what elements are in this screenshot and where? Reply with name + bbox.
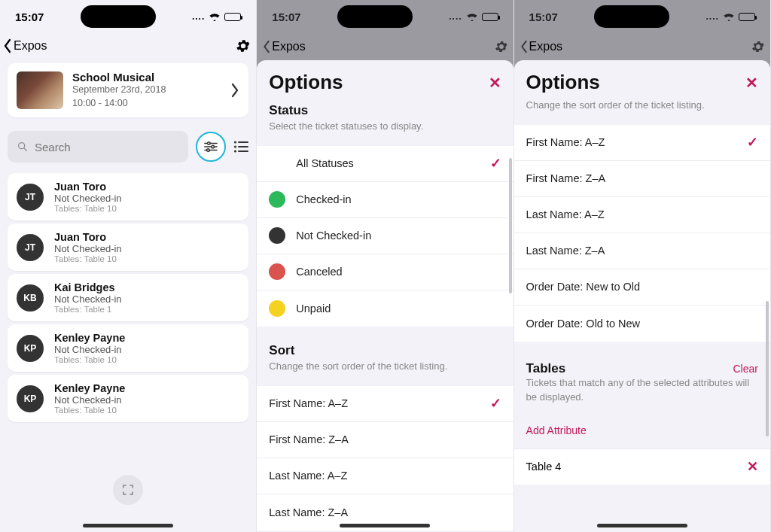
filter-button[interactable]: [196, 132, 226, 162]
phone-screen-options-status: 15:07 .... Expos Options ✕ Status Select…: [257, 0, 513, 532]
event-info: School Musical September 23rd, 2018 10:0…: [72, 71, 221, 110]
attendee-status: Not Checked-in: [54, 193, 239, 204]
attendee-list: JT Juan Toro Not Checked-in Tables: Tabl…: [0, 173, 256, 422]
attendee-table: Tables: Table 1: [54, 305, 239, 314]
options-sheet: Options ✕ Status Select the ticket statu…: [257, 60, 513, 532]
attendee-info: Kenley Payne Not Checked-in Tables: Tabl…: [54, 332, 239, 364]
sort-option[interactable]: First Name: Z–A: [257, 422, 513, 458]
status-option[interactable]: Not Checked-in: [257, 218, 513, 254]
option-label: Order Date: New to Old: [526, 281, 641, 293]
sheet-title: Options: [526, 71, 600, 94]
attendee-card[interactable]: JT Juan Toro Not Checked-in Tables: Tabl…: [8, 223, 248, 271]
attendee-table: Tables: Table 10: [54, 204, 239, 213]
sort-option[interactable]: First Name: A–Z ✓: [257, 386, 513, 422]
attendee-info: Kai Bridges Not Checked-in Tables: Table…: [54, 281, 239, 314]
attendee-status: Not Checked-in: [54, 344, 239, 355]
cell-dots: ....: [192, 11, 205, 22]
status-dot-icon: [269, 227, 285, 244]
add-attribute-button[interactable]: Add Attribute: [514, 412, 770, 448]
option-label: First Name: A–Z: [526, 136, 605, 148]
status-option[interactable]: Checked-in: [257, 182, 513, 218]
attendee-card[interactable]: KP Kenley Payne Not Checked-in Tables: T…: [8, 324, 248, 372]
sort-option[interactable]: First Name: A–Z ✓: [514, 125, 770, 161]
sort-option[interactable]: Last Name: A–Z: [257, 458, 513, 494]
sort-option[interactable]: Last Name: Z–A: [514, 233, 770, 269]
chevron-left-icon: [2, 38, 14, 53]
options-sheet: Options ✕ Change the sort order of the t…: [514, 60, 770, 532]
attendee-card[interactable]: JT Juan Toro Not Checked-in Tables: Tabl…: [8, 173, 248, 220]
clear-button[interactable]: Clear: [733, 363, 757, 375]
attendee-status: Not Checked-in: [54, 394, 239, 406]
scan-button[interactable]: [113, 475, 143, 505]
event-date: September 23rd, 2018: [72, 84, 221, 97]
sort-option[interactable]: Order Date: New to Old: [514, 269, 770, 306]
option-label: First Name: Z–A: [269, 433, 349, 445]
status-bar: 15:07 ....: [514, 0, 770, 33]
gear-icon[interactable]: [751, 39, 766, 54]
status-bar: 15:07 ....: [0, 0, 256, 33]
search-input[interactable]: [35, 141, 179, 154]
dynamic-island: [337, 5, 413, 28]
status-options: All Statuses ✓ Checked-in Not Checked-in…: [257, 146, 513, 327]
search-box[interactable]: [8, 131, 188, 163]
attendee-name: Juan Toro: [54, 181, 239, 193]
home-indicator: [83, 524, 173, 527]
svg-rect-11: [238, 146, 248, 147]
selected-attribute-row[interactable]: Table 4 ✕: [514, 448, 770, 485]
battery-icon: [482, 13, 498, 21]
option-label: First Name: Z–A: [526, 172, 606, 184]
back-button[interactable]: Expos: [519, 40, 562, 53]
avatar: JT: [17, 184, 44, 211]
back-button[interactable]: Expos: [2, 38, 47, 53]
sort-options: First Name: A–Z ✓First Name: Z–A Last Na…: [514, 125, 770, 342]
status-option[interactable]: All Statuses ✓: [257, 146, 513, 182]
remove-attribute-icon[interactable]: ✕: [747, 458, 758, 475]
attendee-info: Juan Toro Not Checked-in Tables: Table 1…: [54, 181, 239, 213]
nav-header-dim: Expos: [257, 33, 513, 60]
attendee-info: Kenley Payne Not Checked-in Tables: Tabl…: [54, 382, 239, 415]
list-view-icon[interactable]: [233, 141, 248, 153]
battery-icon: [224, 13, 241, 21]
attendee-name: Juan Toro: [54, 231, 239, 243]
close-icon[interactable]: ✕: [489, 74, 501, 92]
cell-dots: ....: [449, 11, 462, 22]
gear-icon[interactable]: [235, 38, 251, 54]
attendee-table: Tables: Table 10: [54, 406, 239, 415]
svg-point-0: [19, 143, 25, 149]
attendee-table: Tables: Table 10: [54, 355, 239, 364]
status-right: ....: [706, 11, 755, 22]
svg-rect-9: [238, 141, 248, 143]
svg-point-10: [234, 145, 236, 147]
avatar: KP: [17, 385, 44, 412]
check-icon: ✓: [490, 155, 501, 172]
wifi-icon: [467, 13, 477, 21]
dynamic-island: [81, 5, 156, 28]
scroll-indicator: [509, 158, 512, 293]
search-icon: [17, 141, 29, 153]
option-label: Canceled: [296, 266, 342, 278]
gear-icon[interactable]: [494, 39, 509, 54]
status-option[interactable]: Unpaid: [257, 290, 513, 327]
avatar: KP: [17, 335, 44, 362]
attendee-card[interactable]: KB Kai Bridges Not Checked-in Tables: Ta…: [8, 274, 248, 321]
sort-section-sub: Change the sort order of the ticket list…: [257, 360, 513, 382]
option-label: Last Name: Z–A: [269, 506, 348, 518]
clock: 15:07: [529, 11, 558, 23]
close-icon[interactable]: ✕: [745, 74, 758, 92]
phone-screen-options-sort: 15:07 .... Expos Options ✕ Change the so…: [514, 0, 771, 532]
back-button[interactable]: Expos: [261, 40, 305, 53]
cell-dots: ....: [706, 11, 719, 22]
sort-option[interactable]: First Name: Z–A: [514, 161, 770, 197]
sort-option[interactable]: Order Date: Old to New: [514, 306, 770, 342]
option-label: Checked-in: [296, 193, 351, 205]
check-icon: ✓: [490, 395, 501, 412]
event-card[interactable]: School Musical September 23rd, 2018 10:0…: [8, 63, 248, 117]
chevron-right-icon: [230, 83, 239, 98]
sort-option[interactable]: Last Name: A–Z: [514, 197, 770, 233]
avatar: KB: [17, 284, 44, 312]
option-label: First Name: A–Z: [269, 397, 348, 409]
expand-icon: [122, 484, 134, 496]
svg-point-8: [234, 141, 236, 143]
status-option[interactable]: Canceled: [257, 254, 513, 290]
attendee-card[interactable]: KP Kenley Payne Not Checked-in Tables: T…: [8, 375, 248, 422]
